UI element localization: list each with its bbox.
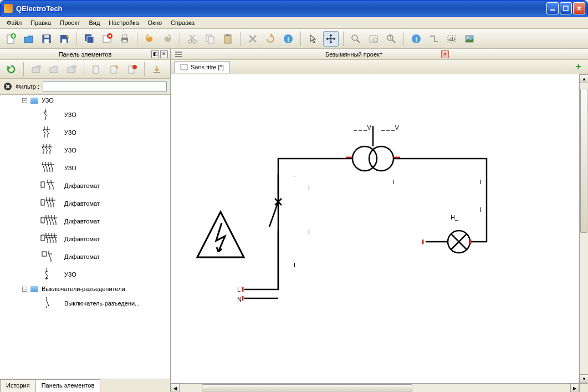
- tree-item[interactable]: Дифавтомат: [0, 177, 170, 195]
- svg-rect-37: [93, 66, 99, 73]
- tree-item[interactable]: УЗО: [0, 159, 170, 177]
- elements-tree[interactable]: − УЗО УЗО УЗО УЗО УЗО Дифавтомат Дифавто…: [0, 94, 170, 379]
- properties-button[interactable]: i: [408, 31, 424, 47]
- tree-item[interactable]: УЗО: [0, 266, 170, 283]
- tree-item[interactable]: УЗО: [0, 124, 170, 141]
- element-symbol-icon: [39, 249, 61, 264]
- save-all-button[interactable]: [81, 31, 97, 47]
- tree-label: УЗО: [64, 129, 170, 136]
- menu-view[interactable]: Вид: [84, 18, 104, 27]
- panel-close-button[interactable]: ✕: [160, 50, 168, 58]
- label-l: L: [237, 286, 241, 293]
- new-category-button[interactable]: [28, 62, 44, 77]
- filter-row: Фильтр :: [0, 79, 170, 94]
- delete-button[interactable]: [245, 31, 260, 47]
- text-button[interactable]: ab: [444, 31, 459, 47]
- edit-category-button[interactable]: [46, 62, 62, 77]
- project-tab[interactable]: Безымянный проект ✕: [186, 50, 588, 58]
- canvas[interactable]: L N _ _ _V _ _ _V H_ _ I I I I I I: [171, 74, 579, 383]
- tree-item[interactable]: УЗО: [0, 106, 170, 124]
- cut-button[interactable]: [185, 31, 200, 47]
- print-button[interactable]: [117, 31, 132, 47]
- separator: [343, 32, 344, 46]
- menu-settings[interactable]: Настройка: [104, 18, 143, 27]
- tree-label: Дифавтомат: [64, 200, 170, 207]
- save-as-button[interactable]: [57, 31, 72, 47]
- maximize-button[interactable]: [560, 2, 572, 14]
- tree-item[interactable]: Выключатель-разъедени...: [0, 294, 170, 312]
- undo-button[interactable]: [142, 31, 157, 47]
- delete-element-button[interactable]: [124, 62, 140, 77]
- delete-category-button[interactable]: [64, 62, 79, 77]
- panel-float-button[interactable]: ◧: [151, 50, 159, 58]
- vertical-scrollbar[interactable]: ▲ ▼: [579, 74, 588, 383]
- paste-button[interactable]: [220, 31, 236, 47]
- info-button[interactable]: i: [280, 31, 296, 47]
- close-project-button[interactable]: [99, 31, 115, 47]
- tick: I: [392, 179, 394, 185]
- zoom-reset-button[interactable]: 1: [384, 31, 399, 47]
- project-list-icon[interactable]: [174, 50, 183, 59]
- import-element-button[interactable]: [149, 62, 165, 77]
- svg-text:i: i: [415, 36, 417, 43]
- clear-filter-icon[interactable]: [3, 82, 12, 91]
- tab-elements-panel[interactable]: Панель элементов: [35, 379, 101, 392]
- window-title: QElectroTech: [16, 4, 546, 13]
- separator: [144, 62, 145, 77]
- folder-icon: [30, 286, 38, 292]
- tree-folder[interactable]: − Выключатели-разъеденители: [0, 283, 170, 294]
- zoom-button[interactable]: [348, 31, 364, 47]
- separator: [240, 32, 241, 46]
- menu-edit[interactable]: Правка: [26, 18, 55, 27]
- rotate-button[interactable]: [263, 31, 278, 47]
- move-tool[interactable]: [323, 31, 339, 47]
- tree-item[interactable]: Дифавтомат: [0, 195, 170, 212]
- copy-button[interactable]: [202, 31, 218, 47]
- element-symbol-icon: [39, 267, 61, 282]
- reload-button[interactable]: [3, 62, 19, 77]
- scroll-down-button[interactable]: ▼: [580, 374, 588, 383]
- menu-project[interactable]: Проект: [55, 18, 84, 27]
- tree-item[interactable]: Дифавтомат: [0, 212, 170, 230]
- svg-text:ab: ab: [448, 35, 455, 42]
- zoom-fit-button[interactable]: [366, 31, 381, 47]
- expander-icon[interactable]: −: [22, 287, 27, 292]
- new-button[interactable]: [3, 31, 19, 47]
- conductor-button[interactable]: [426, 31, 442, 47]
- menu-window[interactable]: Окно: [144, 18, 167, 27]
- label-v1: _ _ _V: [353, 124, 371, 131]
- close-button[interactable]: [573, 2, 585, 14]
- select-tool[interactable]: [305, 31, 321, 47]
- tree-label: Выключатели-разъеденители: [42, 286, 170, 292]
- expander-icon[interactable]: −: [22, 98, 27, 103]
- svg-rect-48: [175, 52, 182, 53]
- project-close-button[interactable]: ✕: [441, 50, 449, 58]
- scroll-up-button[interactable]: ▲: [580, 74, 588, 83]
- minimize-button[interactable]: [546, 2, 559, 14]
- redo-button[interactable]: [160, 31, 175, 47]
- add-sheet-button[interactable]: +: [572, 61, 585, 73]
- edit-element-button[interactable]: [106, 62, 122, 77]
- save-button[interactable]: [39, 31, 54, 47]
- svg-rect-38: [111, 66, 116, 73]
- tree-folder[interactable]: − УЗО: [0, 95, 170, 106]
- tree-item[interactable]: Дифавтомат: [0, 248, 170, 266]
- scroll-right-button[interactable]: ▶: [570, 384, 579, 392]
- panel-toolbar: [0, 60, 170, 79]
- horizontal-scrollbar[interactable]: ◀ ▶: [171, 383, 588, 392]
- document-tab[interactable]: Sans titre [*]: [174, 61, 230, 73]
- new-element-button[interactable]: [89, 62, 104, 77]
- menu-file[interactable]: Файл: [2, 18, 26, 27]
- svg-rect-8: [62, 39, 67, 43]
- element-symbol-icon: [39, 125, 61, 140]
- canvas-area: Безымянный проект ✕ Sans titre [*] +: [171, 49, 588, 392]
- project-tabbar: Безымянный проект ✕: [171, 49, 588, 60]
- scroll-left-button[interactable]: ◀: [171, 384, 180, 392]
- tree-item[interactable]: Дифавтомат: [0, 230, 170, 248]
- filter-input[interactable]: [43, 82, 167, 91]
- open-button[interactable]: [21, 31, 37, 47]
- tab-history[interactable]: История: [0, 379, 36, 392]
- image-button[interactable]: [462, 31, 477, 47]
- menu-help[interactable]: Справка: [166, 18, 199, 27]
- tree-item[interactable]: УЗО: [0, 141, 170, 159]
